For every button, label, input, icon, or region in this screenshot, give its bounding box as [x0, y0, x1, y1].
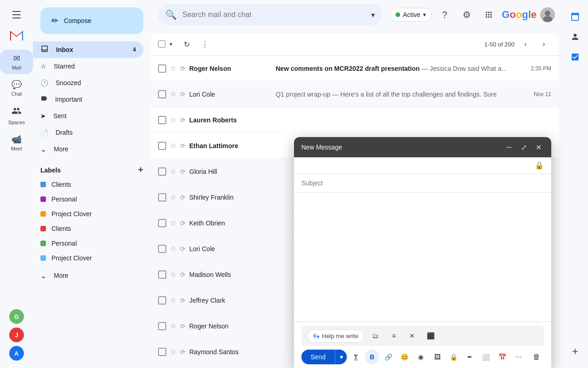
search-input[interactable]: [182, 11, 366, 19]
star-icon[interactable]: ☆: [170, 347, 176, 356]
compose-ai-discard-button[interactable]: ✕: [405, 328, 419, 343]
row-checkbox[interactable]: [158, 219, 166, 227]
more-compose-options-button[interactable]: ⋯: [511, 350, 526, 364]
row-checkbox[interactable]: [158, 296, 166, 305]
more-actions-button[interactable]: ⋮: [198, 37, 212, 52]
table-row[interactable]: ☆ ⟳ Lori Cole Q1 project wrap-up — Here'…: [151, 81, 559, 107]
table-row[interactable]: ☆ ⟳ Roger Nelson New comments on MCR2022…: [151, 56, 559, 81]
row-checkbox[interactable]: [158, 90, 166, 98]
snooze-icon[interactable]: ⟳: [180, 142, 186, 150]
link-button[interactable]: 🔗: [381, 350, 396, 364]
star-icon[interactable]: ☆: [170, 90, 176, 98]
signature-button[interactable]: ✒: [463, 350, 477, 364]
row-checkbox[interactable]: [158, 193, 166, 201]
star-icon[interactable]: ☆: [170, 115, 176, 124]
compose-body[interactable]: [294, 193, 551, 322]
template-button[interactable]: ⬜: [479, 350, 493, 364]
compose-header[interactable]: New Message ─ ⤢ ✕: [294, 137, 551, 157]
nav-item-starred[interactable]: ☆ Starred: [33, 58, 143, 75]
label-item-personal2[interactable]: Personal: [33, 236, 143, 251]
snooze-icon[interactable]: ⟳: [180, 65, 186, 72]
snooze-icon[interactable]: ⟳: [180, 219, 186, 227]
sidebar-item-mail[interactable]: ✉ Mail: [0, 50, 33, 74]
search-dropdown-icon[interactable]: ▾: [371, 11, 375, 19]
bold-button[interactable]: B: [365, 350, 379, 364]
contacts-button[interactable]: [566, 28, 584, 46]
compose-ai-save-button[interactable]: 🗂: [368, 328, 383, 343]
star-icon[interactable]: ☆: [170, 167, 176, 176]
star-icon[interactable]: ☆: [170, 218, 176, 227]
apps-button[interactable]: [480, 6, 498, 24]
row-checkbox[interactable]: [158, 64, 166, 73]
tasks-button[interactable]: [566, 48, 584, 66]
format-text-button[interactable]: T: [349, 350, 363, 364]
star-icon[interactable]: ☆: [170, 141, 176, 150]
star-icon[interactable]: ☆: [170, 322, 176, 330]
label-item-clients2[interactable]: Clients: [33, 221, 143, 236]
star-icon[interactable]: ☆: [170, 270, 176, 279]
compose-expand-button[interactable]: ⤢: [518, 142, 529, 153]
compose-to-input[interactable]: jobs@diffusion-studios.com: [301, 162, 531, 169]
nav-item-labels-more[interactable]: ⌄ More: [33, 267, 143, 284]
star-icon[interactable]: ☆: [170, 193, 176, 201]
drive-button[interactable]: ◉: [414, 350, 428, 364]
help-me-write-button[interactable]: Help me write: [307, 329, 364, 343]
nav-item-snoozed[interactable]: 🕐 Snoozed: [33, 75, 143, 91]
add-app-button[interactable]: [566, 342, 584, 361]
active-status-badge[interactable]: Active ▾: [390, 8, 432, 22]
compose-minimize-button[interactable]: ─: [503, 142, 514, 153]
send-button[interactable]: Send: [301, 350, 335, 364]
snooze-icon[interactable]: ⟳: [180, 245, 186, 253]
snooze-icon[interactable]: ⟳: [180, 91, 186, 98]
nav-item-important[interactable]: Important: [33, 91, 143, 108]
table-row[interactable]: ☆ ⟳ Lauren Roberts: [151, 107, 559, 133]
add-label-button[interactable]: +: [138, 165, 143, 175]
compose-subject-input[interactable]: [301, 178, 544, 189]
label-item-personal1[interactable]: Personal: [33, 192, 143, 207]
snooze-icon[interactable]: ⟳: [180, 116, 186, 124]
help-button[interactable]: ?: [435, 6, 454, 24]
image-button[interactable]: 🖼: [430, 350, 444, 364]
label-item-project-clover2[interactable]: Project Clover: [33, 251, 143, 265]
compose-ai-expand-button[interactable]: ⬛: [423, 328, 438, 343]
star-icon[interactable]: ☆: [170, 64, 176, 73]
send-dropdown-button[interactable]: ▾: [335, 350, 347, 364]
star-icon[interactable]: ☆: [170, 296, 176, 305]
row-checkbox[interactable]: [158, 322, 166, 330]
user-avatar-2[interactable]: J: [9, 328, 24, 342]
compose-button[interactable]: ✏ Compose: [40, 7, 143, 34]
select-dropdown-button[interactable]: ▾: [166, 37, 175, 52]
snooze-icon[interactable]: ⟳: [180, 348, 186, 356]
label-item-project-clover1[interactable]: Project Clover: [33, 207, 143, 221]
schedule-button[interactable]: 📅: [495, 350, 509, 364]
nav-item-more[interactable]: ⌄ More: [33, 141, 143, 157]
row-checkbox[interactable]: [158, 270, 166, 279]
star-icon[interactable]: ☆: [170, 244, 176, 253]
snooze-icon[interactable]: ⟳: [180, 194, 186, 201]
snooze-icon[interactable]: ⟳: [180, 168, 186, 175]
select-all-checkbox[interactable]: [158, 40, 165, 48]
nav-item-inbox[interactable]: Inbox 4: [33, 41, 143, 58]
emoji-button[interactable]: 😊: [397, 350, 412, 364]
row-checkbox[interactable]: [158, 245, 166, 253]
compose-close-button[interactable]: ✕: [533, 142, 544, 153]
row-checkbox[interactable]: [158, 167, 166, 176]
encrypt-msg-button[interactable]: 🔒: [446, 350, 460, 364]
row-checkbox[interactable]: [158, 348, 166, 356]
user-avatar-main[interactable]: [540, 7, 555, 22]
delete-compose-button[interactable]: 🗑: [530, 350, 544, 364]
row-checkbox[interactable]: [158, 142, 166, 150]
refresh-button[interactable]: ↻: [179, 37, 194, 52]
snooze-icon[interactable]: ⟳: [180, 322, 186, 330]
hamburger-menu[interactable]: [6, 4, 28, 26]
row-checkbox[interactable]: [158, 116, 166, 124]
label-item-clients1[interactable]: Clients: [33, 177, 143, 192]
user-avatar-3[interactable]: A: [9, 346, 24, 361]
sidebar-item-spaces[interactable]: Spaces: [0, 102, 33, 129]
nav-item-sent[interactable]: ➤ Sent: [33, 108, 143, 124]
snooze-icon[interactable]: ⟳: [180, 271, 186, 278]
nav-item-drafts[interactable]: 📄 Drafts: [33, 124, 143, 141]
next-page-button[interactable]: ›: [537, 37, 551, 52]
calendar-button[interactable]: [566, 7, 584, 26]
compose-ai-format-button[interactable]: ≡: [386, 328, 401, 343]
